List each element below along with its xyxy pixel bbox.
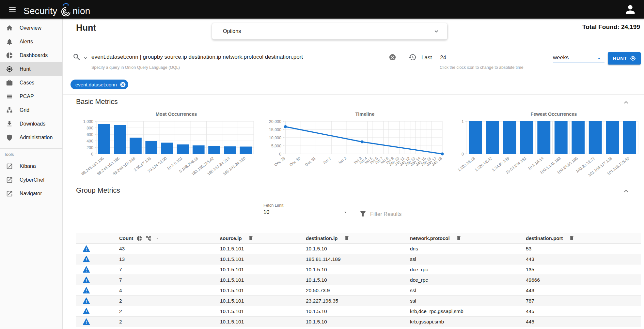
svg-text:1,000: 1,000 (83, 119, 93, 124)
table-row[interactable]: 2 10.1.5.101 23.227.196.35 ssl 787 (76, 296, 641, 306)
table-row[interactable]: 2 10.1.5.101 10.1.5.10 krb,gssapi,smb 44… (76, 317, 641, 327)
trash-icon[interactable] (456, 235, 462, 241)
table-row[interactable]: 13 10.1.5.101 185.81.114.189 ssl 443 (76, 254, 641, 264)
filter-results-input[interactable]: Filter Results (370, 209, 640, 219)
sidebar-item-hunt[interactable]: Hunt (0, 62, 62, 76)
filter-chip[interactable]: event.dataset:conn (71, 80, 128, 89)
hunt-button-label: HUNT (613, 56, 627, 61)
time-value-input[interactable]: 24 (440, 54, 446, 61)
cell-network-protocol: ssl (410, 288, 526, 293)
column-header-count: Count (119, 235, 133, 241)
hunt-button[interactable]: HUNT (608, 52, 641, 65)
sidebar-item-cases[interactable]: Cases (0, 76, 62, 90)
table-row[interactable]: 7 10.1.5.101 10.1.5.10 dce_rpc 49666 (76, 275, 641, 285)
trash-icon[interactable] (344, 235, 350, 241)
network-icon (6, 107, 13, 114)
table-row[interactable]: 4 10.1.5.101 20.50.73.9 ssl 443 (76, 285, 641, 296)
search-icon[interactable] (72, 53, 81, 61)
sidebar-item-overview[interactable]: Overview (0, 21, 62, 35)
svg-text:1: 1 (462, 119, 464, 124)
warning-icon[interactable] (83, 266, 90, 273)
sidebar-tool-navigator[interactable]: Navigator (0, 187, 62, 201)
sidebar-item-pcap[interactable]: PCAP (0, 90, 62, 103)
warning-icon[interactable] (83, 245, 90, 252)
home-icon (6, 24, 13, 32)
filter-funnel-icon (359, 210, 367, 218)
chevron-down-icon[interactable] (433, 28, 440, 35)
total-found-value: 24,199 (621, 23, 640, 30)
svg-text:0: 0 (279, 152, 281, 157)
trash-icon[interactable] (569, 235, 574, 241)
pie-chart-icon (6, 52, 13, 59)
warning-icon[interactable] (83, 287, 90, 294)
pie-chart-toggle-icon[interactable] (136, 235, 142, 241)
svg-text:200: 200 (86, 145, 93, 150)
cell-destination-ip: 10.1.5.10 (306, 246, 410, 252)
sidebar: Overview Alerts Dashboards Hunt Cases PC… (0, 19, 63, 329)
app-bar: Security nion (0, 0, 644, 19)
warning-icon[interactable] (83, 297, 90, 305)
query-dropdown-chevron-icon[interactable] (83, 55, 88, 61)
caret-down-icon[interactable] (343, 210, 348, 215)
sidebar-tool-kibana[interactable]: Kibana (0, 159, 62, 173)
time-unit-underline (553, 63, 605, 63)
cell-destination-ip: 10.1.5.10 (306, 277, 410, 283)
cell-destination-port: 443 (526, 288, 641, 293)
svg-text:Jan 1: Jan 1 (322, 156, 332, 165)
sidebar-item-dashboards[interactable]: Dashboards (0, 49, 62, 62)
cell-destination-ip: 20.50.73.9 (306, 288, 410, 293)
cell-count: 4 (119, 288, 220, 293)
cell-count: 2 (119, 308, 220, 314)
time-unit-select[interactable]: weeks (553, 54, 569, 61)
briefcase-icon (6, 79, 13, 86)
external-link-icon (6, 176, 13, 184)
table-row[interactable]: 7 10.1.5.101 10.1.5.10 dce_rpc 135 (76, 264, 641, 275)
cell-source-ip: 10.1.5.101 (220, 256, 306, 262)
basic-metrics-collapse-chevron-up-icon[interactable] (622, 98, 630, 106)
table-header-row: Count source.ip destination.ip network.p… (76, 233, 641, 244)
cell-destination-port: 135 (526, 267, 641, 273)
chip-remove-icon[interactable] (120, 82, 126, 88)
query-clear-icon[interactable] (389, 53, 396, 61)
hamburger-icon (8, 5, 17, 14)
total-found: Total Found: 24,199 (582, 23, 640, 31)
groupby-tree-icon[interactable] (146, 235, 151, 241)
warning-icon[interactable] (83, 276, 90, 284)
cell-source-ip: 10.1.5.101 (220, 308, 306, 314)
menu-button[interactable] (5, 2, 20, 17)
query-input[interactable]: event.dataset:conn | groupby source.ip d… (91, 54, 303, 60)
warning-icon[interactable] (83, 318, 90, 325)
trash-icon[interactable] (248, 235, 254, 241)
cell-source-ip: 10.1.5.101 (220, 319, 306, 325)
shield-icon (6, 134, 13, 141)
warning-icon[interactable] (83, 255, 90, 263)
chart-title: Most Occurrences (76, 112, 256, 119)
group-metrics-collapse-chevron-up-icon[interactable] (622, 187, 630, 195)
crosshair-icon (630, 55, 636, 61)
cell-source-ip: 10.1.5.101 (220, 267, 306, 273)
table-row[interactable]: 43 10.1.5.101 10.1.5.10 dns 53 (76, 244, 641, 254)
time-unit-caret-icon[interactable] (596, 56, 602, 61)
sidebar-item-downloads[interactable]: Downloads (0, 117, 62, 131)
query-input-underline (91, 63, 398, 63)
user-menu-button[interactable] (624, 3, 637, 16)
sidebar-main-nav: Overview Alerts Dashboards Hunt Cases PC… (0, 21, 62, 144)
sidebar-item-grid[interactable]: Grid (0, 103, 62, 117)
download-icon (6, 120, 13, 127)
history-clock-icon[interactable] (408, 53, 416, 61)
cell-destination-ip: 185.81.114.189 (306, 256, 410, 262)
sidebar-tool-cyberchef[interactable]: CyberChef (0, 173, 62, 187)
cell-destination-port: 787 (526, 298, 641, 304)
table-row[interactable]: 2 10.1.5.101 10.1.5.10 krb,dce_rpc,gssap… (76, 306, 641, 317)
fetch-limit-label: Fetch Limit (263, 203, 349, 208)
sidebar-item-administration[interactable]: Administration (0, 131, 62, 144)
fetch-limit-select[interactable]: Fetch Limit 10 (263, 203, 349, 217)
caret-down-icon[interactable] (155, 236, 160, 241)
warning-icon[interactable] (83, 307, 90, 315)
options-panel[interactable]: Options (212, 23, 447, 39)
chart-title: Timeline (263, 112, 446, 119)
svg-text:800: 800 (86, 126, 93, 130)
sidebar-item-alerts[interactable]: Alerts (0, 35, 62, 49)
svg-text:Dec 30: Dec 30 (289, 156, 302, 167)
query-hint: Specify a query in Onion Query Language … (91, 65, 180, 70)
